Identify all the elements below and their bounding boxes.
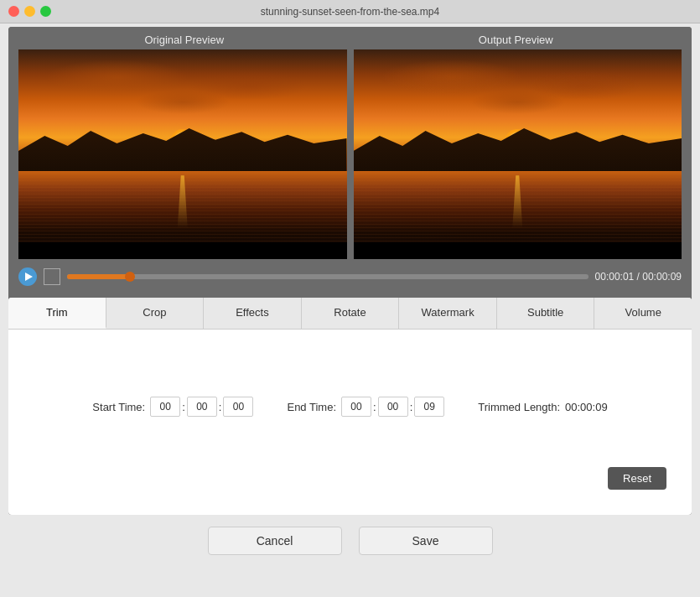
tab-effects[interactable]: Effects [204,298,302,329]
start-time-label: Start Time: [92,401,145,413]
start-time-inputs: : : [150,397,253,417]
reset-button[interactable]: Reset [608,467,666,490]
end-time-label: End Time: [287,401,336,413]
tab-crop[interactable]: Crop [106,298,205,329]
progress-thumb[interactable] [125,272,135,282]
end-time-group: End Time: : : [287,397,444,417]
start-hour-input[interactable] [150,397,180,417]
tab-subtitle[interactable]: Subtitle [497,298,595,329]
time-display: 00:00:01 / 00:00:09 [595,271,682,283]
output-video-frame [354,49,682,259]
end-hour-input[interactable] [341,397,371,417]
end-second-input[interactable] [414,397,444,417]
tab-rotate[interactable]: Rotate [302,298,400,329]
original-video-frame [18,49,347,259]
play-icon [25,273,33,281]
trimmed-length-label: Trimmed Length: [478,401,560,413]
progress-fill [67,274,130,279]
output-preview-label: Output Preview [350,34,682,46]
trimmed-length-group: Trimmed Length: 00:00:09 [478,401,607,413]
window-title: stunning-sunset-seen-from-the-sea.mp4 [261,6,439,18]
cancel-button[interactable]: Cancel [208,527,342,555]
preview-section: Original Preview Output Preview [8,27,692,262]
tab-trim[interactable]: Trim [8,298,106,329]
bottom-actions: Cancel Save [208,527,493,555]
progress-bar[interactable] [67,274,589,279]
end-sep-2: : [410,401,413,413]
window-controls[interactable] [8,6,51,17]
tab-watermark[interactable]: Watermark [399,298,497,329]
edit-panel: Trim Crop Effects Rotate Watermark Subti… [8,298,692,515]
main-window: Original Preview Output Preview [8,27,692,515]
minimize-button[interactable] [24,6,35,17]
preview-videos [18,49,682,259]
preview-labels: Original Preview Output Preview [18,34,682,46]
reset-row: Reset [25,467,675,498]
controls-bar: 00:00:01 / 00:00:09 [8,262,692,293]
start-sep-1: : [182,401,185,413]
end-sep-1: : [373,401,376,413]
end-time-inputs: : : [341,397,444,417]
trimmed-length-value: 00:00:09 [565,401,608,413]
save-button[interactable]: Save [359,527,493,555]
end-minute-input[interactable] [378,397,408,417]
start-second-input[interactable] [223,397,253,417]
play-button[interactable] [18,267,37,286]
tab-volume[interactable]: Volume [594,298,692,329]
snapshot-button[interactable] [44,268,60,285]
start-sep-2: : [219,401,222,413]
original-preview-label: Original Preview [18,34,350,46]
tab-content-trim: Start Time: : : End Time: : [8,330,692,515]
close-button[interactable] [8,6,19,17]
tabs: Trim Crop Effects Rotate Watermark Subti… [8,298,692,330]
trim-controls: Start Time: : : End Time: : [25,397,675,417]
title-bar: stunning-sunset-seen-from-the-sea.mp4 [0,0,700,23]
start-time-group: Start Time: : : [92,397,253,417]
start-minute-input[interactable] [187,397,217,417]
maximize-button[interactable] [40,6,51,17]
